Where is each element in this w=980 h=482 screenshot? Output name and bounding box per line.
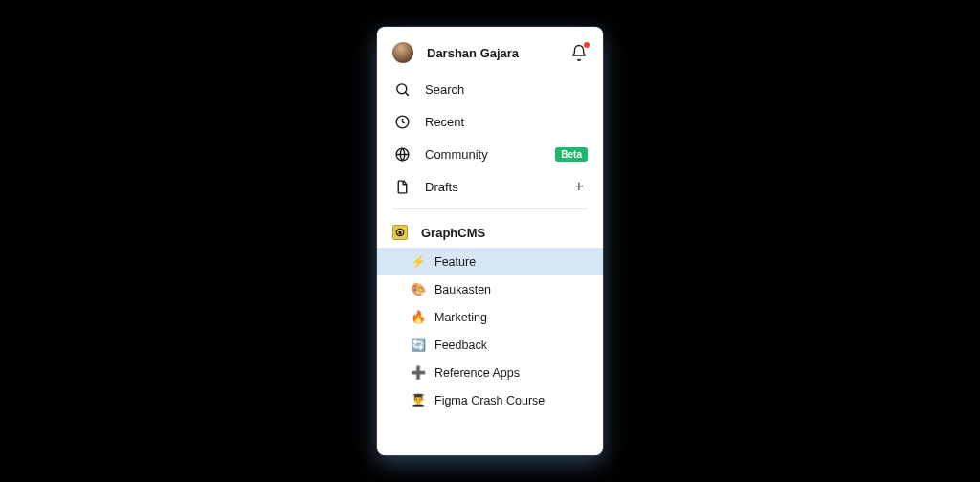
project-item[interactable]: 🎨Baukasten (377, 275, 603, 303)
project-label: Feedback (434, 339, 487, 352)
nav-label: Search (425, 82, 588, 97)
project-item[interactable]: 🔥Marketing (377, 303, 603, 331)
workspace-header[interactable]: ⦿ GraphCMS (377, 215, 603, 248)
workspace-name: GraphCMS (421, 226, 485, 240)
add-draft-button[interactable]: + (570, 178, 588, 195)
project-label: Marketing (434, 311, 487, 324)
globe-icon (392, 144, 412, 164)
project-item[interactable]: 👨‍🎓Figma Crash Course (377, 386, 603, 414)
nav-label: Community (425, 147, 555, 162)
nav-recent[interactable]: Recent (377, 105, 603, 138)
sidebar-panel: Darshan Gajara Search Recent Community B… (377, 27, 603, 455)
project-list: ⚡Feature🎨Baukasten🔥Marketing🔄Feedback➕Re… (377, 248, 603, 414)
divider (392, 208, 588, 209)
svg-line-1 (405, 92, 409, 96)
notifications-button[interactable] (570, 44, 588, 61)
workspace-icon: ⦿ (392, 225, 408, 240)
nav-community[interactable]: Community Beta (377, 138, 603, 170)
user-header[interactable]: Darshan Gajara (377, 34, 603, 73)
project-emoji-icon: 🔄 (410, 338, 427, 352)
notification-dot (584, 42, 590, 48)
nav-search[interactable]: Search (377, 73, 603, 105)
project-item[interactable]: ⚡Feature (377, 248, 603, 275)
project-item[interactable]: 🔄Feedback (377, 331, 603, 359)
project-emoji-icon: ➕ (410, 365, 427, 380)
project-emoji-icon: 🎨 (410, 282, 427, 296)
project-label: Feature (434, 255, 476, 269)
clock-icon (392, 112, 412, 131)
nav-drafts[interactable]: Drafts + (377, 170, 603, 203)
nav-label: Recent (425, 115, 588, 129)
project-item[interactable]: ➕Reference Apps (377, 359, 603, 386)
file-icon (392, 177, 412, 196)
user-name: Darshan Gajara (427, 46, 570, 60)
project-label: Baukasten (434, 283, 491, 296)
project-emoji-icon: ⚡ (410, 254, 427, 269)
project-emoji-icon: 🔥 (410, 310, 427, 324)
search-icon (392, 79, 412, 99)
svg-point-0 (396, 83, 406, 93)
project-label: Figma Crash Course (434, 394, 545, 407)
beta-badge: Beta (555, 147, 588, 162)
project-label: Reference Apps (434, 366, 520, 380)
avatar[interactable] (392, 42, 413, 63)
project-emoji-icon: 👨‍🎓 (410, 393, 427, 407)
nav-label: Drafts (425, 180, 570, 194)
